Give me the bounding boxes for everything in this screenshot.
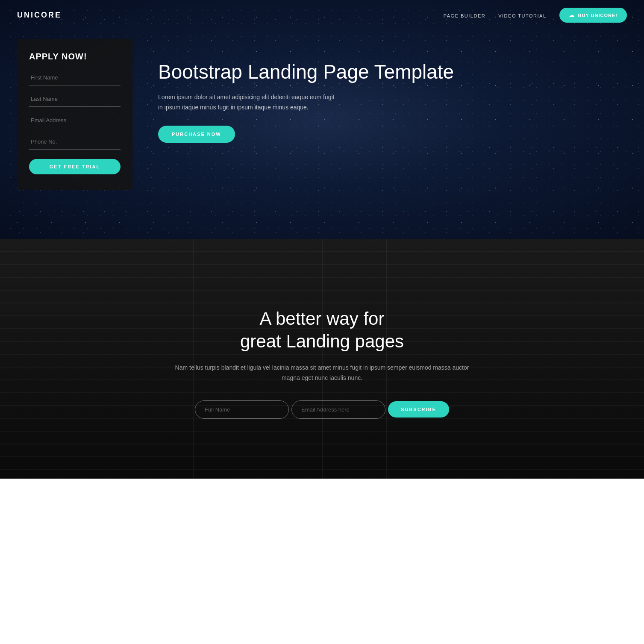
email-input[interactable] [29, 113, 121, 128]
phone-input[interactable] [29, 134, 121, 150]
subscribe-row: SUBSCRIBE [173, 400, 472, 419]
hero-description: Lorem ipsum dolor sit amet adipisicing e… [158, 92, 338, 113]
get-free-trial-button[interactable]: GET FREE TRIAL [29, 159, 121, 174]
nav-link-video-tutorial[interactable]: VIDEO TUTORIAL [498, 13, 546, 18]
nav-item-video-tutorial[interactable]: VIDEO TUTORIAL [498, 12, 546, 19]
apply-title: APPLY NOW! [29, 52, 121, 62]
email-subscribe-input[interactable] [291, 400, 385, 419]
subscribe-button[interactable]: SUBSCRIBE [388, 401, 449, 418]
first-name-input[interactable] [29, 70, 121, 85]
hero-text: Bootstrap Landing Page Template Lorem ip… [158, 39, 627, 143]
escalator-section: A better way for great Landing pages Nam… [0, 239, 644, 479]
section-heading: A better way for great Landing pages [173, 308, 472, 353]
brand-logo: UNICORE [17, 11, 62, 20]
escalator-content: A better way for great Landing pages Nam… [173, 308, 472, 419]
section-heading-line2: great Landing pages [240, 331, 404, 351]
hero-content: APPLY NOW! GET FREE TRIAL Bootstrap Land… [0, 30, 644, 215]
nav-links: PAGE BUILDER VIDEO TUTORIAL BUY UNICORE! [444, 8, 627, 23]
hero-heading: Bootstrap Landing Page Template [158, 60, 627, 84]
navbar: UNICORE PAGE BUILDER VIDEO TUTORIAL BUY … [0, 0, 644, 30]
apply-card: APPLY NOW! GET FREE TRIAL [17, 39, 132, 190]
nav-item-buy[interactable]: BUY UNICORE! [559, 8, 627, 23]
section-description: Nam tellus turpis blandit et ligula vel … [173, 363, 472, 383]
nav-item-page-builder[interactable]: PAGE BUILDER [444, 12, 486, 19]
buy-button[interactable]: BUY UNICORE! [559, 8, 627, 23]
section-heading-line1: A better way for [260, 309, 385, 329]
purchase-now-button[interactable]: PURCHASE NOW [158, 126, 235, 143]
full-name-subscribe-input[interactable] [195, 400, 289, 419]
nav-link-page-builder[interactable]: PAGE BUILDER [444, 13, 486, 18]
hero-section: UNICORE PAGE BUILDER VIDEO TUTORIAL BUY … [0, 0, 644, 239]
last-name-input[interactable] [29, 91, 121, 107]
